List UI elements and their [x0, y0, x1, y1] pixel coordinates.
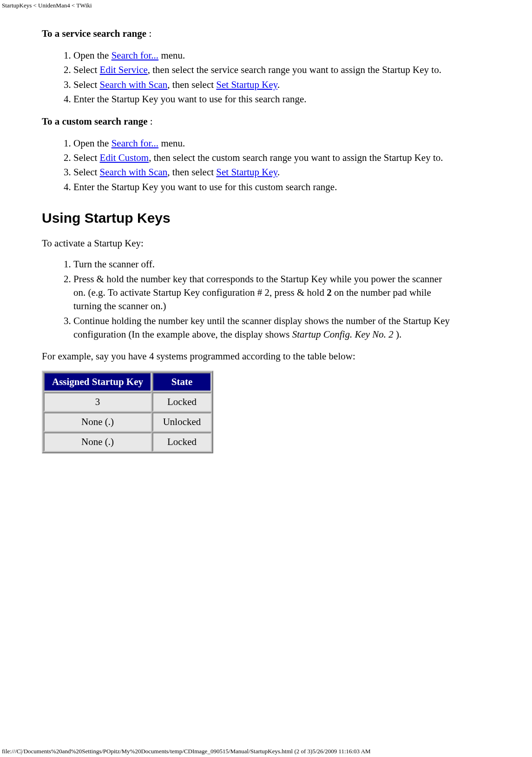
text: menu. [158, 138, 185, 149]
text: Select [73, 166, 100, 178]
list-item: Enter the Startup Key you want to use fo… [73, 93, 451, 106]
cell-assigned-key: None (.) [44, 412, 151, 432]
cell-assigned-key: 3 [44, 392, 151, 412]
cell-state: Locked [152, 392, 211, 412]
list-item: Select Search with Scan, then select Set… [73, 78, 451, 92]
example-paragraph: For example, say you have 4 systems prog… [42, 351, 451, 362]
bold-key-2: 2 [327, 287, 332, 298]
list-item: Press & hold the number key that corresp… [73, 272, 451, 313]
link-edit-service[interactable]: Edit Service [100, 64, 148, 75]
list-item: Select Edit Custom, then select the cust… [73, 151, 451, 165]
service-range-lead-bold: To a service search range [42, 28, 146, 39]
text: Select [73, 79, 100, 90]
italic-startup-config: Startup Config. Key No. 2 [292, 329, 394, 340]
text: , then select the custom search range yo… [149, 152, 443, 163]
text: Open the [73, 138, 112, 149]
text: , then select [167, 166, 216, 178]
main-content: To a service search range : Open the Sea… [42, 28, 451, 453]
link-search-for[interactable]: Search for... [112, 50, 158, 61]
custom-range-lead-colon: : [148, 116, 153, 127]
table-header-state: State [152, 372, 211, 392]
service-range-lead-colon: : [146, 28, 151, 39]
service-range-steps: Open the Search for... menu. Select Edit… [42, 49, 451, 106]
using-steps: Turn the scanner off. Press & hold the n… [42, 258, 451, 341]
text: menu. [158, 50, 185, 61]
service-range-lead: To a service search range : [42, 28, 451, 40]
text: ). [394, 329, 402, 340]
text: . [277, 166, 280, 178]
link-search-with-scan[interactable]: Search with Scan [100, 166, 168, 178]
table-header-assigned-key: Assigned Startup Key [44, 372, 151, 392]
list-item: Enter the Startup Key you want to use fo… [73, 180, 451, 194]
using-intro: To activate a Startup Key: [42, 238, 451, 249]
list-item: Turn the scanner off. [73, 258, 451, 271]
list-item: Select Edit Service, then select the ser… [73, 63, 451, 77]
link-edit-custom[interactable]: Edit Custom [100, 152, 149, 163]
list-item: Open the Search for... menu. [73, 137, 451, 150]
list-item: Continue holding the number key until th… [73, 314, 451, 342]
list-item: Open the Search for... menu. [73, 49, 451, 62]
text: , then select [167, 79, 216, 90]
cell-assigned-key: None (.) [44, 432, 151, 452]
table-header-row: Assigned Startup Key State [44, 372, 211, 392]
text: Select [73, 152, 100, 163]
list-item: Select Search with Scan, then select Set… [73, 166, 451, 179]
link-set-startup-key[interactable]: Set Startup Key [216, 79, 277, 90]
using-startup-keys-heading: Using Startup Keys [42, 210, 451, 226]
cell-state: Locked [152, 432, 211, 452]
custom-range-lead-bold: To a custom search range [42, 116, 148, 127]
cell-state: Unlocked [152, 412, 211, 432]
table-row: 3 Locked [44, 392, 211, 412]
link-search-with-scan[interactable]: Search with Scan [100, 79, 168, 90]
table-row: None (.) Locked [44, 432, 211, 452]
text: . [277, 79, 280, 90]
startup-key-table: Assigned Startup Key State 3 Locked None… [42, 371, 213, 453]
table-row: None (.) Unlocked [44, 412, 211, 432]
link-search-for[interactable]: Search for... [112, 138, 158, 149]
text: Open the [73, 50, 112, 61]
custom-range-lead: To a custom search range : [42, 116, 451, 127]
text: , then select the service search range y… [148, 64, 441, 75]
link-set-startup-key[interactable]: Set Startup Key [216, 166, 277, 178]
text: Select [73, 64, 100, 75]
custom-range-steps: Open the Search for... menu. Select Edit… [42, 137, 451, 194]
page-breadcrumb: StartupKeys < UnidenMan4 < TWiki [0, 0, 532, 9]
